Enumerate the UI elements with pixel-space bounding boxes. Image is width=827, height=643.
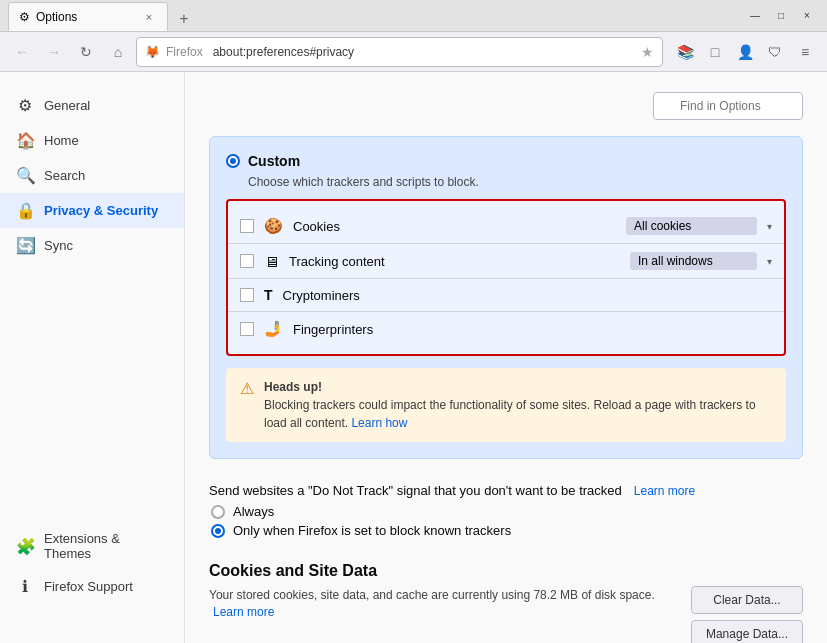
tab-label: Options — [36, 10, 77, 24]
cookies-icon: 🍪 — [264, 217, 283, 235]
find-bar: 🔍 — [209, 92, 803, 120]
sidebar-item-support[interactable]: ℹ Firefox Support — [0, 569, 184, 604]
cookies-section-title: Cookies and Site Data — [209, 562, 803, 580]
sync-icon: 🔄 — [16, 236, 34, 255]
sidebar-item-privacy[interactable]: 🔒 Privacy & Security — [0, 193, 184, 228]
clear-data-button[interactable]: Clear Data... — [691, 586, 803, 614]
sidebar-item-label: General — [44, 98, 90, 113]
cookies-description-row: Your stored cookies, site data, and cach… — [209, 586, 803, 643]
cryptominers-checkbox[interactable] — [240, 288, 254, 302]
sidebar-item-label: Firefox Support — [44, 579, 133, 594]
custom-subtitle: Choose which trackers and scripts to blo… — [248, 175, 786, 189]
custom-header: Custom — [226, 153, 786, 169]
dnt-known-option[interactable]: Only when Firefox is set to block known … — [211, 523, 803, 538]
learn-how-link[interactable]: Learn how — [351, 416, 407, 430]
dnt-section: Send websites a "Do Not Track" signal th… — [209, 483, 803, 538]
tracker-options-box: 🍪 Cookies All cookies Third-party cookie… — [226, 199, 786, 356]
fingerprinters-label: Fingerprinters — [293, 322, 772, 337]
fingerprinters-checkbox[interactable] — [240, 322, 254, 336]
tracking-icon: 🖥 — [264, 253, 279, 270]
home-button[interactable]: ⌂ — [104, 38, 132, 66]
tracking-label: Tracking content — [289, 254, 620, 269]
custom-card: Custom Choose which trackers and scripts… — [209, 136, 803, 459]
toolbar-icons: 📚 □ 👤 🛡 ≡ — [671, 38, 819, 66]
synced-tabs-icon[interactable]: □ — [701, 38, 729, 66]
new-tab-button[interactable]: + — [172, 7, 196, 31]
content-area: 🔍 Custom Choose which trackers and scrip… — [185, 72, 827, 643]
sidebar-item-home[interactable]: 🏠 Home — [0, 123, 184, 158]
sidebar-item-search[interactable]: 🔍 Search — [0, 158, 184, 193]
window-controls: — □ × — [743, 4, 819, 28]
tracking-dropdown[interactable]: In all windows In private windows — [630, 252, 757, 270]
sidebar-item-label: Sync — [44, 238, 73, 253]
cookies-description-text: Your stored cookies, site data, and cach… — [209, 586, 675, 619]
cookie-buttons: Clear Data... Manage Data... — [691, 586, 803, 643]
sidebar: ⚙ General 🏠 Home 🔍 Search 🔒 Privacy & Se… — [0, 72, 185, 643]
account-icon[interactable]: 👤 — [731, 38, 759, 66]
sidebar-item-extensions[interactable]: 🧩 Extensions & Themes — [0, 523, 184, 569]
find-wrapper: 🔍 — [653, 92, 803, 120]
cookies-label: Cookies — [293, 219, 616, 234]
tracking-checkbox[interactable] — [240, 254, 254, 268]
dnt-learn-more-link[interactable]: Learn more — [634, 484, 695, 498]
url-prefix: Firefox — [166, 45, 203, 59]
sidebar-item-label: Search — [44, 168, 85, 183]
url-text: about:preferences#privacy — [213, 45, 635, 59]
shield-icon[interactable]: 🛡 — [761, 38, 789, 66]
heads-up-text: Heads up! Blocking trackers could impact… — [264, 378, 772, 432]
always-radio[interactable] — [211, 505, 225, 519]
cookies-site-data-section: Cookies and Site Data Your stored cookie… — [209, 562, 803, 643]
close-window-button[interactable]: × — [795, 4, 819, 28]
bookmark-star-icon[interactable]: ★ — [641, 44, 654, 60]
sidebar-item-sync[interactable]: 🔄 Sync — [0, 228, 184, 263]
dnt-text: Send websites a "Do Not Track" signal th… — [209, 483, 622, 498]
sidebar-item-general[interactable]: ⚙ General — [0, 88, 184, 123]
menu-icon[interactable]: ≡ — [791, 38, 819, 66]
cookies-text: Your stored cookies, site data, and cach… — [209, 588, 655, 602]
cookies-learn-more-link[interactable]: Learn more — [213, 605, 274, 619]
custom-radio[interactable] — [226, 154, 240, 168]
manage-data-button[interactable]: Manage Data... — [691, 620, 803, 643]
custom-label: Custom — [248, 153, 300, 169]
info-icon: ℹ — [16, 577, 34, 596]
cryptominers-icon: T — [264, 287, 273, 303]
refresh-button[interactable]: ↻ — [72, 38, 100, 66]
navbar: ← → ↻ ⌂ 🦊 Firefox about:preferences#priv… — [0, 32, 827, 72]
search-icon: 🔍 — [16, 166, 34, 185]
cookies-tracker-row: 🍪 Cookies All cookies Third-party cookie… — [228, 209, 784, 244]
warning-icon: ⚠ — [240, 379, 254, 432]
cookies-dropdown[interactable]: All cookies Third-party cookies — [626, 217, 757, 235]
sidebar-item-label: Extensions & Themes — [44, 531, 168, 561]
lock-icon: 🔒 — [16, 201, 34, 220]
url-favicon: 🦊 — [145, 45, 160, 59]
known-label: Only when Firefox is set to block known … — [233, 523, 511, 538]
tab-icon: ⚙ — [19, 10, 30, 24]
fingerprinters-row: 🤳 Fingerprinters — [228, 312, 784, 346]
library-icon[interactable]: 📚 — [671, 38, 699, 66]
always-label: Always — [233, 504, 274, 519]
forward-button[interactable]: → — [40, 38, 68, 66]
known-radio[interactable] — [211, 524, 225, 538]
tab-bar: ⚙ Options × + — [8, 0, 737, 31]
cookies-checkbox[interactable] — [240, 219, 254, 233]
home-icon: 🏠 — [16, 131, 34, 150]
back-button[interactable]: ← — [8, 38, 36, 66]
dnt-row: Send websites a "Do Not Track" signal th… — [209, 483, 803, 498]
tracking-chevron-icon: ▾ — [767, 256, 772, 267]
titlebar: ⚙ Options × + — □ × — [0, 0, 827, 32]
cryptominers-row: T Cryptominers — [228, 279, 784, 312]
tab-close-button[interactable]: × — [141, 9, 157, 25]
cryptominers-label: Cryptominers — [283, 288, 772, 303]
find-input[interactable] — [653, 92, 803, 120]
fingerprinters-icon: 🤳 — [264, 320, 283, 338]
minimize-button[interactable]: — — [743, 4, 767, 28]
sidebar-item-label: Privacy & Security — [44, 203, 158, 218]
dnt-always-option[interactable]: Always — [211, 504, 803, 519]
options-tab[interactable]: ⚙ Options × — [8, 2, 168, 31]
heads-up-description: Blocking trackers could impact the funct… — [264, 398, 756, 430]
sidebar-item-label: Home — [44, 133, 79, 148]
main-layout: ⚙ General 🏠 Home 🔍 Search 🔒 Privacy & Se… — [0, 72, 827, 643]
url-bar[interactable]: 🦊 Firefox about:preferences#privacy ★ — [136, 37, 663, 67]
maximize-button[interactable]: □ — [769, 4, 793, 28]
extensions-icon: 🧩 — [16, 537, 34, 556]
